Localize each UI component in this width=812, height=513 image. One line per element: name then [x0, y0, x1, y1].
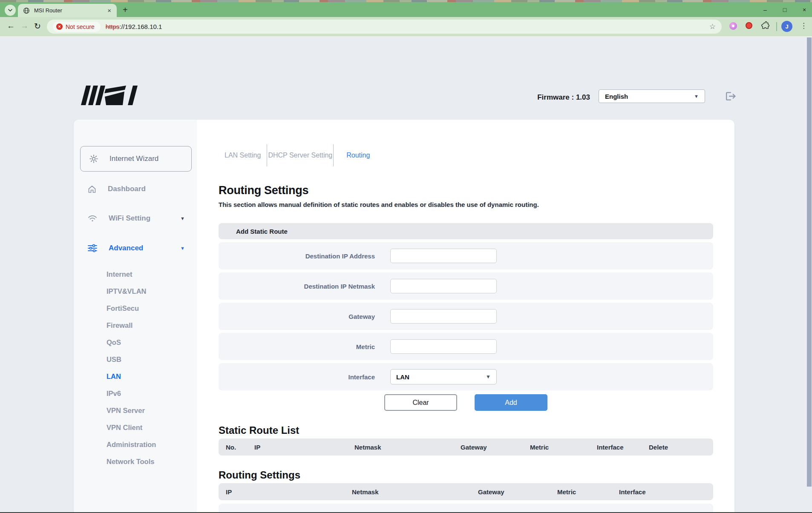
destination-ip-netmask-input[interactable] [390, 279, 497, 293]
tab-title: MSI Router [34, 7, 106, 14]
column-header: Metric [523, 444, 590, 451]
sidebar-item-iptv-vlan[interactable]: IPTV&VLAN [74, 283, 197, 300]
routing-table-header: IP Netmask Gateway Metric Interface [219, 483, 713, 500]
sidebar-item-internet[interactable]: Internet [74, 266, 197, 283]
tab-lan-setting[interactable]: LAN Setting [219, 152, 267, 159]
browser-tab[interactable]: MSI Router × [18, 4, 117, 17]
sidebar-item-wifi-setting[interactable]: WiFi Setting ▼ [74, 210, 197, 227]
add-static-route-panel: Add Static Route Destination IP Address … [219, 223, 713, 411]
sidebar-item-internet-wizard[interactable]: Internet Wizard [80, 146, 192, 172]
sidebar-item-dashboard[interactable]: Dashboard [74, 181, 197, 198]
bookmark-star-icon[interactable]: ☆ [709, 22, 716, 31]
sidebar-item-fortisecu[interactable]: FortiSecu [74, 300, 197, 317]
url-host: ://192.168.10.1 [119, 23, 162, 30]
chevron-down-icon: ▼ [180, 216, 185, 221]
sidebar-item-vpn-client[interactable]: VPN Client [74, 419, 197, 436]
form-row: Gateway [219, 303, 713, 330]
sliders-icon [87, 244, 98, 253]
extensions-puzzle-icon[interactable] [761, 21, 770, 31]
sidebar-item-label: WiFi Setting [109, 214, 150, 223]
not-secure-icon: × [56, 23, 63, 30]
interface-selected-value: LAN [396, 373, 409, 381]
address-bar[interactable]: × Not secure https://192.168.10.1 ☆ [47, 20, 722, 34]
maximize-button[interactable]: □ [781, 6, 788, 13]
clear-button[interactable]: Clear [384, 394, 457, 411]
globe-icon [23, 7, 30, 14]
sidebar-item-usb[interactable]: USB [74, 351, 197, 368]
page-tabs: LAN Setting DHCP Server Setting Routing [219, 148, 734, 163]
static-route-list-header: No. IP Netmask Gateway Metric Interface … [219, 438, 713, 456]
url-scheme: https [106, 23, 120, 30]
record-icon[interactable] [746, 22, 752, 29]
tab-search-button[interactable] [5, 5, 16, 16]
column-header: Delete [642, 444, 713, 451]
main-card: Internet Wizard Dashboard WiFi Setting ▼ [74, 120, 734, 513]
chevron-down-icon: ▼ [180, 246, 185, 251]
sidebar-item-vpn-server[interactable]: VPN Server [74, 402, 197, 419]
sidebar-item-label: Advanced [109, 244, 143, 252]
home-icon [87, 184, 97, 194]
firmware-version: Firmware : 1.03 [513, 93, 590, 102]
panel-title: Add Static Route [219, 223, 713, 239]
sidebar-item-administration[interactable]: Administration [74, 436, 197, 453]
chevron-down-icon: ▼ [694, 94, 699, 99]
chevron-down-icon [8, 8, 13, 13]
router-admin-page: Firmware : 1.03 English ▼ Inte [0, 36, 812, 513]
back-button[interactable]: ← [7, 21, 15, 31]
column-header: IP [247, 444, 347, 451]
form-row: Destination IP Netmask [219, 272, 713, 300]
tab-routing[interactable]: Routing [346, 152, 370, 159]
msi-logo [81, 86, 141, 105]
url-text: https://192.168.10.1 [106, 23, 162, 30]
language-select[interactable]: English ▼ [599, 89, 705, 103]
reload-button[interactable]: ↻ [34, 21, 41, 31]
minimize-button[interactable]: – [762, 6, 769, 13]
window-close-button[interactable]: × [801, 6, 808, 13]
sidebar-item-firewall[interactable]: Firewall [74, 317, 197, 334]
column-header: No. [219, 444, 247, 451]
language-selected-value: English [605, 93, 628, 100]
browser-titlebar: MSI Router × + – □ × [0, 2, 812, 17]
tab-dhcp-server-setting[interactable]: DHCP Server Setting [267, 152, 333, 159]
interface-select[interactable]: LAN ▼ [390, 369, 497, 384]
advanced-submenu: Internet IPTV&VLAN FortiSecu Firewall Qo… [74, 266, 197, 470]
destination-ip-address-input[interactable] [390, 249, 497, 263]
content-area: LAN Setting DHCP Server Setting Routing … [197, 120, 734, 513]
page-description: This section allows manual definition of… [219, 201, 734, 208]
column-header: Netmask [347, 444, 453, 451]
gateway-input[interactable] [390, 309, 497, 324]
sidebar-item-lan[interactable]: LAN [74, 368, 197, 385]
column-header: Gateway [471, 488, 550, 496]
field-label: Destination IP Address [219, 252, 375, 260]
form-row: Metric [219, 333, 713, 360]
form-buttons: Clear Add [219, 394, 713, 411]
metric-input[interactable] [390, 339, 497, 354]
browser-menu-icon[interactable]: ⋮ [800, 21, 807, 30]
scrollbar-thumb[interactable] [807, 37, 812, 487]
forward-button[interactable]: → [20, 21, 29, 31]
form-row: Interface LAN ▼ [219, 363, 713, 390]
field-label: Gateway [219, 313, 375, 320]
field-label: Interface [219, 373, 375, 381]
sidebar-item-ipv6[interactable]: IPv6 [74, 385, 197, 402]
column-header: Metric [550, 488, 612, 496]
tab-close-icon[interactable]: × [106, 7, 112, 14]
extension-icon-pink[interactable] [729, 22, 737, 30]
sidebar-item-qos[interactable]: QoS [74, 334, 197, 351]
sidebar-item-label: Dashboard [108, 185, 146, 193]
add-button[interactable]: Add [475, 394, 547, 411]
field-label: Metric [219, 343, 375, 350]
logout-icon[interactable] [724, 90, 737, 102]
sidebar-item-network-tools[interactable]: Network Tools [74, 453, 197, 470]
security-chip[interactable]: × Not secure [53, 22, 101, 32]
sidebar-item-advanced[interactable]: Advanced ▼ [74, 240, 197, 257]
profile-avatar[interactable]: J [781, 21, 792, 32]
page-scrollbar[interactable] [806, 36, 812, 513]
form-row: Destination IP Address [219, 242, 713, 269]
chevron-down-icon: ▼ [486, 374, 491, 380]
security-badge-label: Not secure [66, 23, 95, 30]
new-tab-button[interactable]: + [123, 4, 128, 15]
browser-toolbar: ← → ↻ × Not secure https://192.168.10.1 … [0, 17, 812, 36]
field-label: Destination IP Netmask [219, 283, 375, 290]
column-header: Interface [590, 444, 642, 451]
